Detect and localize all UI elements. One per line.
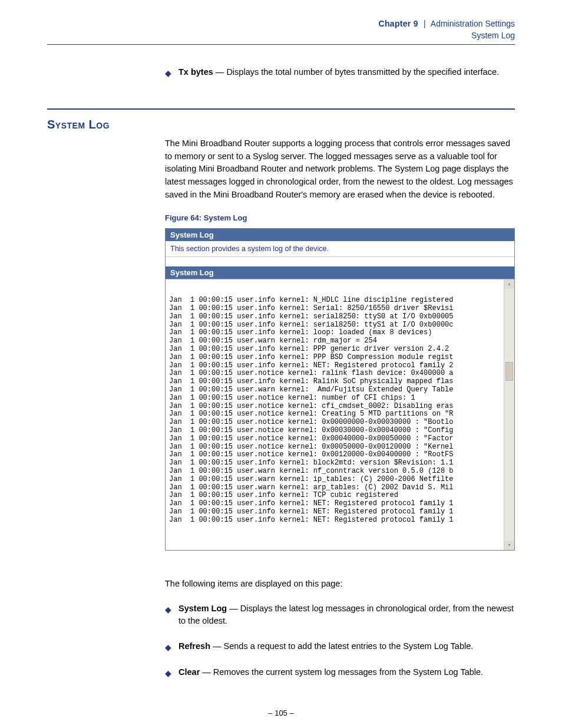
section-title: System Log [47,118,515,131]
tx-bytes-item: ◆ Tx bytes — Displays the total number o… [165,66,515,79]
page-header: Chapter 9 | Administration Settings Syst… [47,18,515,45]
header-separator: | [424,19,426,28]
diamond-bullet-icon: ◆ [165,604,171,615]
figure-caption: Figure 64: System Log [165,213,515,222]
log-section-bar: System Log [166,266,514,279]
chapter-word: Chapter [379,19,411,28]
bullet-text: Clear — Removes the current system log m… [178,666,515,678]
item-term: Refresh [178,641,210,651]
log-output-pane: Jan 1 00:00:15 user.info kernel: N_HDLC … [166,279,514,550]
items-intro: The following items are displayed on thi… [165,578,515,591]
figure-gap [166,257,514,266]
tx-bytes-term: Tx bytes [178,67,213,77]
scroll-thumb[interactable] [505,362,513,381]
list-item: ◆Refresh — Sends a request to add the la… [165,640,515,653]
items-list: ◆System Log — Displays the latest log me… [165,602,515,680]
bullet-text: Refresh — Sends a request to add the lat… [178,640,515,653]
log-lines: Jan 1 00:00:15 user.info kernel: N_HDLC … [169,297,504,524]
chapter-number: 9 [414,19,418,28]
header-subtitle: System Log [47,29,515,41]
section-rule [47,108,515,110]
item-desc: — Sends a request to add the latest entr… [210,641,473,651]
diamond-bullet-icon: ◆ [165,641,171,653]
scroll-up-icon[interactable]: ▴ [504,279,514,289]
item-term: System Log [178,604,227,613]
figure-description: This section provides a system log of th… [166,241,514,257]
chapter-title: Administration Settings [431,19,515,28]
bullet-text: Tx bytes — Displays the total number of … [178,66,515,78]
document-page: Chapter 9 | Administration Settings Syst… [0,0,562,728]
list-item: ◆System Log — Displays the latest log me… [165,602,515,627]
tx-bytes-desc: — Displays the total number of bytes tra… [213,67,499,77]
log-scrollbar[interactable]: ▴ ▾ [504,279,514,550]
diamond-bullet-icon: ◆ [165,667,171,679]
scroll-down-icon[interactable]: ▾ [504,541,514,550]
item-term: Clear [178,667,200,677]
system-log-figure: System Log This section provides a syste… [165,228,515,551]
section-paragraph: The Mini Broadband Router supports a log… [165,137,515,202]
figure-title-bar: System Log [166,229,514,241]
bullet-text: System Log — Displays the latest log mes… [178,602,515,627]
page-number: – 105 – [47,709,515,717]
diamond-bullet-icon: ◆ [165,67,171,79]
chapter-label: Chapter 9 [379,19,421,28]
item-desc: — Displays the latest log messages in ch… [178,604,514,625]
item-desc: — Removes the current system log message… [200,667,483,677]
list-item: ◆Clear — Removes the current system log … [165,666,515,679]
